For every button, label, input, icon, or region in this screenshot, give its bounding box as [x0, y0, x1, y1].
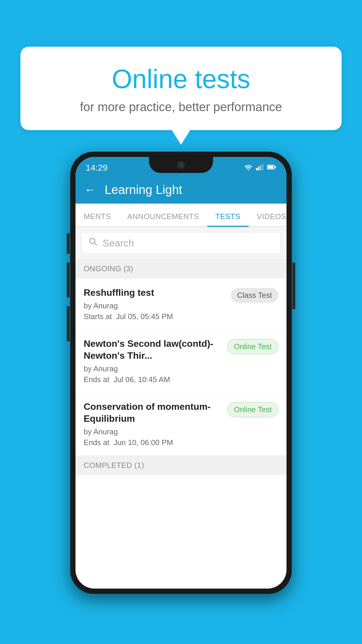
- svg-rect-1: [256, 168, 257, 170]
- test-title-conservation: Conservation of momentum-Equilibrium: [84, 401, 221, 425]
- test-info-newtons: Newton's Second law(contd)-Newton's Thir…: [84, 338, 227, 384]
- test-title-reshuffling: Reshuffling test: [84, 287, 225, 299]
- search-input-placeholder: Search: [103, 237, 134, 249]
- test-info-reshuffling: Reshuffling test by Anurag Starts at Jul…: [84, 287, 231, 321]
- speech-bubble-subtitle: for more practice, better performance: [35, 100, 327, 114]
- tab-announcements[interactable]: ANNOUNCEMENTS: [119, 212, 207, 227]
- side-button-right: [292, 262, 295, 309]
- badge-class-test-reshuffling: Class Test: [231, 288, 278, 303]
- app-title: Learning Light: [105, 183, 182, 197]
- tab-videos[interactable]: VIDEOS: [249, 212, 287, 227]
- svg-rect-3: [260, 165, 261, 170]
- phone-screen: 14:29: [75, 157, 287, 589]
- tabs-bar: MENTS ANNOUNCEMENTS TESTS VIDEOS: [75, 204, 287, 227]
- test-info-conservation: Conservation of momentum-Equilibrium by …: [84, 401, 227, 447]
- test-item-conservation[interactable]: Conservation of momentum-Equilibrium by …: [75, 393, 287, 456]
- svg-rect-7: [275, 166, 276, 168]
- test-item-newtons[interactable]: Newton's Second law(contd)-Newton's Thir…: [75, 330, 287, 393]
- test-title-newtons: Newton's Second law(contd)-Newton's Thir…: [84, 338, 221, 362]
- test-author-newtons: by Anurag: [84, 364, 221, 373]
- search-bar[interactable]: Search: [81, 232, 281, 254]
- test-date-reshuffling: Starts at Jul 05, 05:45 PM: [84, 312, 225, 321]
- side-button-vol-up: [67, 262, 70, 298]
- badge-online-test-conservation: Online Test: [227, 402, 278, 417]
- side-button-vol-down: [67, 306, 70, 341]
- svg-rect-4: [262, 164, 263, 170]
- svg-line-9: [94, 243, 97, 246]
- test-item-reshuffling[interactable]: Reshuffling test by Anurag Starts at Jul…: [75, 279, 287, 330]
- tab-tests[interactable]: TESTS: [207, 212, 249, 227]
- test-date-newtons: Ends at Jul 06, 10:45 AM: [84, 375, 221, 384]
- phone-mockup: 14:29: [70, 152, 292, 594]
- svg-point-0: [248, 169, 249, 170]
- speech-bubble-container: Online tests for more practice, better p…: [20, 47, 342, 130]
- svg-rect-2: [258, 167, 259, 170]
- tab-ments[interactable]: MENTS: [75, 212, 119, 227]
- back-button[interactable]: ←: [84, 183, 96, 196]
- badge-online-test-newtons: Online Test: [227, 339, 278, 354]
- test-author-reshuffling: by Anurag: [84, 301, 225, 310]
- phone-notch: [149, 157, 213, 173]
- test-author-conservation: by Anurag: [84, 427, 221, 436]
- status-icons: [244, 164, 276, 172]
- app-header: ← Learning Light: [75, 176, 287, 204]
- speech-bubble: Online tests for more practice, better p…: [20, 47, 342, 130]
- test-date-conservation: Ends at Jun 10, 06:00 PM: [84, 438, 221, 447]
- signal-icon: [256, 164, 263, 172]
- ongoing-section-header: ONGOING (3): [75, 259, 287, 279]
- svg-rect-6: [268, 166, 273, 169]
- phone-outer: 14:29: [70, 152, 292, 594]
- phone-camera: [177, 161, 185, 169]
- search-icon: [89, 237, 98, 249]
- speech-bubble-title: Online tests: [35, 64, 327, 94]
- completed-section-header: COMPLETED (1): [75, 456, 287, 475]
- side-button-power: [67, 233, 70, 254]
- wifi-icon: [244, 164, 252, 172]
- search-container: Search: [75, 227, 287, 259]
- battery-icon: [267, 164, 276, 171]
- status-time: 14:29: [86, 163, 108, 173]
